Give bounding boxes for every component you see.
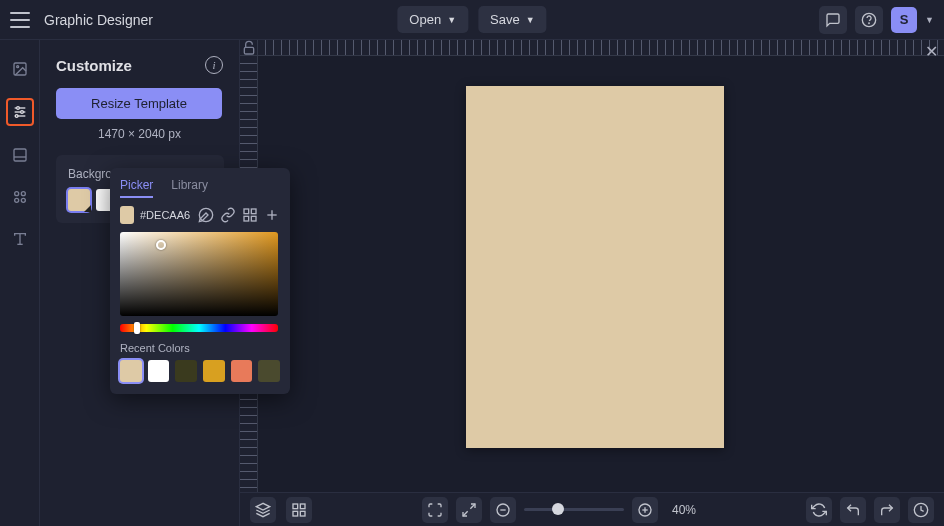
undo-button[interactable] (840, 497, 866, 523)
picker-controls (120, 206, 280, 224)
topbar: Graphic Designer Open▼ Save▼ S ▼ (0, 0, 944, 40)
recent-swatch-6[interactable] (258, 360, 280, 382)
resize-template-button[interactable]: Resize Template (56, 88, 222, 119)
refresh-button[interactable] (806, 497, 832, 523)
zoom-in-button[interactable] (632, 497, 658, 523)
expand-button[interactable] (456, 497, 482, 523)
hue-thumb[interactable] (134, 322, 140, 334)
recent-colors-label: Recent Colors (120, 342, 280, 354)
add-icon[interactable] (264, 206, 280, 224)
svg-line-32 (463, 511, 468, 516)
help-button[interactable] (855, 6, 883, 34)
svg-rect-19 (244, 209, 249, 214)
svg-point-14 (14, 198, 18, 202)
svg-point-3 (16, 66, 18, 68)
svg-point-15 (21, 198, 25, 202)
chevron-down-icon: ▼ (526, 15, 535, 25)
color-picker-popover: Picker Library Recent Colors (110, 168, 290, 394)
avatar[interactable]: S (891, 7, 917, 33)
zoom-out-button[interactable] (490, 497, 516, 523)
close-icon[interactable]: ✕ (925, 42, 938, 61)
topbar-center: Open▼ Save▼ (397, 6, 546, 33)
svg-point-9 (15, 115, 18, 118)
ruler-horizontal[interactable] (258, 40, 944, 56)
picker-tabs: Picker Library (120, 178, 280, 198)
save-label: Save (490, 12, 520, 27)
pages-button[interactable] (286, 497, 312, 523)
svg-marker-26 (256, 503, 269, 510)
menu-icon[interactable] (10, 12, 30, 28)
recent-swatch-4[interactable] (203, 360, 225, 382)
dimensions-label: 1470 × 2040 px (56, 127, 223, 141)
svg-rect-29 (293, 511, 298, 516)
link-icon[interactable] (220, 206, 236, 224)
comment-button[interactable] (819, 6, 847, 34)
svg-point-5 (16, 107, 19, 110)
eyedropper-icon[interactable] (198, 206, 214, 224)
chevron-down-icon: ▼ (447, 15, 456, 25)
svg-point-7 (20, 111, 23, 114)
saturation-canvas[interactable] (120, 232, 278, 316)
svg-line-31 (470, 504, 475, 509)
open-button[interactable]: Open▼ (397, 6, 468, 33)
zoom-thumb[interactable] (552, 503, 564, 515)
fit-button[interactable] (422, 497, 448, 523)
toolstrip (0, 40, 40, 526)
info-icon[interactable]: i (205, 56, 223, 74)
svg-point-12 (14, 192, 18, 196)
svg-rect-22 (251, 216, 256, 221)
bottombar: 40% (240, 492, 944, 526)
panel-title: Customize (56, 57, 132, 74)
tab-picker[interactable]: Picker (120, 178, 153, 198)
ruler-lock-icon[interactable] (240, 40, 258, 56)
open-label: Open (409, 12, 441, 27)
history-button[interactable] (908, 497, 934, 523)
zoom-percent: 40% (672, 503, 696, 517)
svg-rect-25 (244, 47, 253, 54)
artboard[interactable] (466, 86, 724, 448)
redo-button[interactable] (874, 497, 900, 523)
recent-swatch-1[interactable] (120, 360, 142, 382)
tab-library[interactable]: Library (171, 178, 208, 198)
zoom-slider[interactable] (524, 508, 624, 511)
recent-swatch-2[interactable] (148, 360, 170, 382)
svg-point-13 (21, 192, 25, 196)
panel-header: Customize i (56, 56, 223, 74)
canvas-area: ✕ (240, 40, 944, 492)
recent-colors-row (120, 360, 280, 382)
swatch-beige[interactable] (68, 189, 90, 211)
color-preview (120, 206, 134, 224)
bottombar-center: 40% (422, 497, 696, 523)
save-button[interactable]: Save▼ (478, 6, 547, 33)
recent-swatch-5[interactable] (231, 360, 253, 382)
layout-tool[interactable] (7, 142, 33, 168)
svg-rect-21 (244, 216, 249, 221)
account-chevron-icon[interactable]: ▼ (925, 15, 934, 25)
svg-point-1 (869, 23, 870, 24)
bottombar-left (250, 497, 312, 523)
svg-rect-10 (14, 149, 26, 161)
grid-icon[interactable] (242, 206, 258, 224)
recent-swatch-3[interactable] (175, 360, 197, 382)
topbar-right: S ▼ (819, 6, 934, 34)
text-tool[interactable] (7, 226, 33, 252)
sv-cursor[interactable] (156, 240, 166, 250)
bottombar-right (806, 497, 934, 523)
app-title: Graphic Designer (44, 12, 153, 28)
image-tool[interactable] (7, 56, 33, 82)
layers-button[interactable] (250, 497, 276, 523)
hue-slider[interactable] (120, 324, 278, 332)
hex-input[interactable] (140, 209, 192, 221)
svg-rect-20 (251, 209, 256, 214)
customize-tool[interactable] (6, 98, 34, 126)
svg-rect-30 (300, 511, 305, 516)
shapes-tool[interactable] (7, 184, 33, 210)
svg-rect-28 (300, 504, 305, 509)
svg-rect-27 (293, 504, 298, 509)
svg-point-18 (199, 208, 212, 221)
